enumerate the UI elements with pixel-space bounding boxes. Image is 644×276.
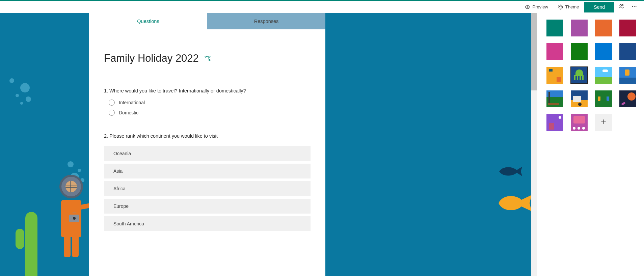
preview-label: Preview [533, 4, 548, 9]
radio-icon [109, 100, 115, 106]
radio-icon [109, 110, 115, 116]
svg-point-8 [636, 6, 636, 6]
plus-icon [600, 118, 607, 127]
add-theme-button[interactable] [595, 114, 612, 131]
question-2[interactable]: 2. Please rank which continent you would… [104, 133, 311, 231]
theme-color-teal[interactable] [546, 20, 563, 36]
rank-item[interactable]: Africa [104, 181, 311, 196]
svg-point-6 [632, 6, 633, 6]
option-label: Domestic [119, 110, 138, 115]
bubble-decoration [20, 102, 23, 105]
send-button[interactable]: Send [584, 2, 614, 12]
theme-image-lab[interactable] [595, 90, 612, 107]
theme-color-purple[interactable] [571, 20, 588, 36]
svg-point-1 [559, 6, 559, 6]
preview-button[interactable]: Preview [521, 2, 552, 12]
more-icon [631, 3, 637, 11]
bubble-decoration [68, 161, 74, 167]
theme-image-room[interactable] [546, 67, 563, 84]
form-canvas: Questions Responses Family Holiday 2022 … [0, 13, 537, 276]
theme-button[interactable]: Theme [554, 2, 583, 12]
theme-image-hills[interactable] [595, 67, 612, 84]
fish-decoration [497, 165, 524, 180]
eye-icon [525, 4, 530, 10]
rank-item[interactable]: Oceania [104, 146, 311, 161]
theme-panel [537, 13, 644, 276]
bubble-decoration [9, 78, 14, 83]
theme-color-blue[interactable] [595, 43, 612, 60]
theme-color-magenta[interactable] [546, 43, 563, 60]
diver-decoration [53, 175, 90, 276]
svg-point-9 [205, 56, 206, 57]
svg-point-4 [620, 4, 621, 6]
form-body: Family Holiday 2022 1. Where would you l… [89, 29, 325, 241]
q1-number: 1. [104, 88, 108, 93]
rank-item[interactable]: Europe [104, 199, 311, 214]
scrollbar-thumb[interactable] [531, 13, 537, 90]
cactus-decoration [20, 212, 43, 276]
ranking-list: Oceania Asia Africa Europe South America [104, 146, 311, 231]
vertical-scrollbar[interactable] [531, 13, 537, 276]
tab-responses[interactable]: Responses [207, 13, 325, 29]
theme-image-city[interactable] [546, 114, 563, 131]
svg-point-10 [209, 56, 210, 57]
option-label: International [119, 100, 145, 105]
palette-icon [558, 4, 563, 10]
theme-image-space[interactable] [619, 90, 636, 107]
more-button[interactable] [628, 1, 640, 13]
theme-image-party[interactable] [571, 114, 588, 131]
form-title[interactable]: Family Holiday 2022 [104, 52, 199, 64]
fish-decoration [497, 190, 534, 218]
rank-item[interactable]: Asia [104, 164, 311, 178]
bubble-decoration [16, 94, 19, 97]
q1-text: Where would you like to travel? Internat… [109, 88, 246, 93]
form-card: Questions Responses Family Holiday 2022 … [89, 13, 325, 276]
q2-text: Please rank which continent you would li… [109, 133, 218, 139]
bubble-decoration [20, 83, 30, 92]
svg-point-0 [527, 6, 528, 8]
svg-point-7 [634, 6, 635, 6]
q1-option-domestic[interactable]: Domestic [109, 110, 311, 116]
main-area: Questions Responses Family Holiday 2022 … [0, 13, 644, 276]
theme-label: Theme [565, 4, 579, 9]
people-icon [618, 3, 624, 11]
form-tabs: Questions Responses [89, 13, 325, 29]
branching-icon[interactable] [204, 55, 211, 62]
q2-number: 2. [104, 133, 108, 139]
theme-color-darkblue[interactable] [619, 43, 636, 60]
svg-point-2 [560, 6, 561, 6]
theme-color-green[interactable] [571, 43, 588, 60]
tab-questions[interactable]: Questions [89, 13, 207, 29]
theme-image-park[interactable] [546, 90, 563, 107]
q1-option-international[interactable]: International [109, 100, 311, 106]
theme-image-octopus[interactable] [571, 67, 588, 84]
theme-image-ski[interactable] [619, 67, 636, 84]
topbar: Preview Theme Send [0, 0, 644, 13]
theme-image-van[interactable] [571, 90, 588, 107]
share-people-button[interactable] [616, 1, 627, 13]
rank-item[interactable]: South America [104, 216, 311, 231]
theme-color-crimson[interactable] [619, 20, 636, 36]
bubble-decoration [78, 169, 81, 172]
svg-point-11 [209, 59, 210, 61]
svg-point-3 [561, 6, 561, 7]
svg-point-5 [622, 4, 623, 6]
theme-grid [546, 20, 635, 131]
theme-color-orange[interactable] [595, 20, 612, 36]
question-1[interactable]: 1. Where would you like to travel? Inter… [104, 88, 311, 116]
bubble-decoration [26, 96, 31, 102]
